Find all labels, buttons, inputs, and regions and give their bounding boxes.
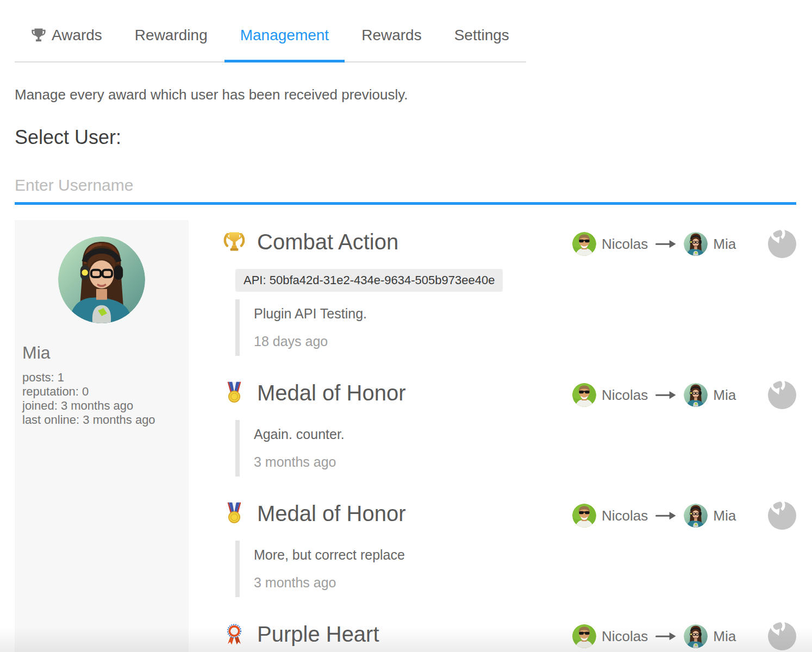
user-stat-last-online: last online: 3 months ago <box>22 413 189 427</box>
award-grant: Nicolas Mia <box>572 501 796 530</box>
tab-rewarding[interactable]: Rewarding <box>119 22 223 62</box>
revoke-award-button[interactable] <box>768 230 796 258</box>
grant-from-name: Nicolas <box>602 628 648 645</box>
award-title: Medal of Honor <box>257 501 405 526</box>
award-main: Combat Action API: 50bfa42d-31e2-434e-96… <box>222 230 572 356</box>
award-row: Medal of Honor Again. counter. 3 months … <box>222 381 796 477</box>
grant-to-name: Mia <box>713 387 736 404</box>
tab-label: Rewards <box>361 26 421 45</box>
revoke-award-button[interactable] <box>768 501 796 530</box>
tab-rewards[interactable]: Rewards <box>346 22 437 62</box>
username-input[interactable] <box>15 173 796 205</box>
award-grant: Nicolas Mia <box>572 230 796 258</box>
user-stat-reputation: reputation: 0 <box>22 385 189 399</box>
award-title: Combat Action <box>257 230 398 254</box>
grant-from-name: Nicolas <box>602 387 648 404</box>
grant-to-name: Mia <box>713 507 736 524</box>
award-main: Medal of Honor More, but correct replace… <box>222 501 572 597</box>
award-timestamp: 3 months ago <box>254 454 564 470</box>
nicolas-avatar <box>572 232 596 256</box>
mia-avatar <box>684 383 708 407</box>
select-user-heading: Select User: <box>15 126 796 149</box>
medal-icon <box>222 501 246 525</box>
arrow-right-icon <box>655 632 676 641</box>
rosette-icon <box>222 622 246 646</box>
tab-label: Management <box>240 26 329 45</box>
arrow-right-icon <box>655 391 676 399</box>
award-description: Plugin API Testing. <box>254 306 564 322</box>
arrow-right-icon <box>655 511 676 520</box>
user-name: Mia <box>22 343 189 363</box>
grant-from-name: Nicolas <box>602 236 648 253</box>
nicolas-avatar <box>572 504 596 528</box>
arrow-right-icon <box>655 240 676 248</box>
content-area: Mia posts: 1 reputation: 0 joined: 3 mon… <box>15 220 796 652</box>
awards-management-page: Awards Rewarding Management Rewards Sett… <box>0 0 812 652</box>
tab-settings[interactable]: Settings <box>439 22 525 62</box>
gold-trophy-icon <box>222 230 246 254</box>
api-badge: API: 50bfa42d-31e2-434e-9634-505b973ee40… <box>235 269 503 292</box>
award-quote: More, but correct replace 3 months ago <box>235 541 564 597</box>
mia-avatar <box>684 232 708 256</box>
award-timestamp: 18 days ago <box>254 334 564 349</box>
awards-list: Combat Action API: 50bfa42d-31e2-434e-96… <box>189 220 796 652</box>
award-quote: Plugin API Testing. 18 days ago <box>235 299 564 356</box>
award-main: Purple Heart <box>222 622 572 652</box>
award-description: Again. counter. <box>254 427 564 442</box>
user-stats: posts: 1 reputation: 0 joined: 3 months … <box>22 371 189 427</box>
trophy-icon <box>30 27 47 43</box>
nicolas-avatar <box>572 624 596 648</box>
award-title: Purple Heart <box>257 622 379 647</box>
page-description: Manage every award which user has been r… <box>15 86 796 103</box>
tab-awards[interactable]: Awards <box>15 22 118 62</box>
grant-to-name: Mia <box>713 236 736 253</box>
user-stat-joined: joined: 3 months ago <box>22 399 189 413</box>
medal-icon <box>222 381 246 405</box>
revoke-award-button[interactable] <box>768 622 796 650</box>
tabbar: Awards Rewarding Management Rewards Sett… <box>15 22 526 62</box>
award-grant: Nicolas Mia <box>572 622 796 650</box>
mia-avatar-large <box>58 236 145 323</box>
tab-label: Settings <box>454 26 509 45</box>
grant-to-name: Mia <box>713 628 736 645</box>
mia-avatar <box>684 504 708 528</box>
award-row: Medal of Honor More, but correct replace… <box>222 501 796 597</box>
award-description: More, but correct replace <box>254 547 564 563</box>
user-card: Mia posts: 1 reputation: 0 joined: 3 mon… <box>15 220 189 652</box>
award-row: Combat Action API: 50bfa42d-31e2-434e-96… <box>222 230 796 356</box>
award-quote: Again. counter. 3 months ago <box>235 420 564 477</box>
grant-from-name: Nicolas <box>602 507 648 524</box>
user-stat-posts: posts: 1 <box>22 371 189 385</box>
tab-label: Rewarding <box>135 26 208 45</box>
mia-avatar <box>684 624 708 648</box>
tab-management[interactable]: Management <box>224 22 345 62</box>
award-main: Medal of Honor Again. counter. 3 months … <box>222 381 572 477</box>
award-grant: Nicolas Mia <box>572 381 796 409</box>
award-row: Purple Heart Nicolas Mia <box>222 622 796 652</box>
tab-label: Awards <box>52 26 102 45</box>
revoke-award-button[interactable] <box>768 381 796 409</box>
award-timestamp: 3 months ago <box>254 575 564 591</box>
award-title: Medal of Honor <box>257 381 405 405</box>
nicolas-avatar <box>572 383 596 407</box>
